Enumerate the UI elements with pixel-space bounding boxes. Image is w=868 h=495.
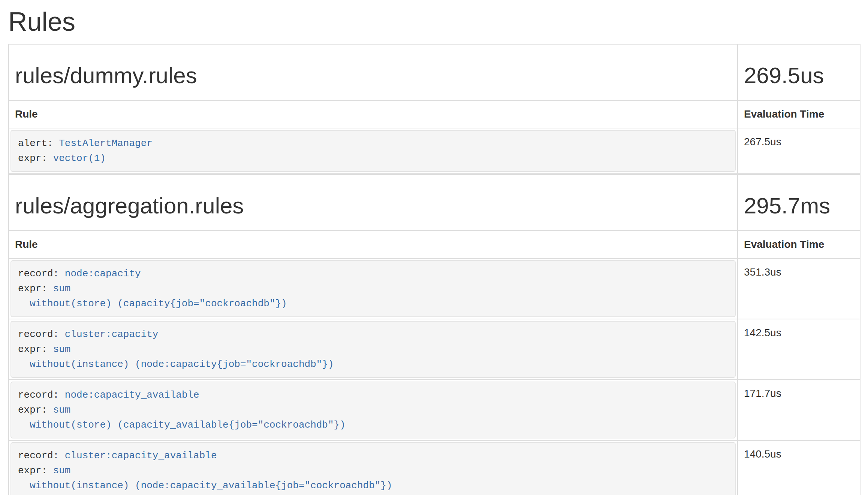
alert-name-link[interactable]: TestAlertManager (59, 138, 153, 149)
group-header-row: rules/dummy.rules 269.5us (9, 44, 860, 100)
rule-key-label: expr: (18, 153, 53, 164)
group-file-name: rules/dummy.rules (15, 63, 731, 88)
rule-column-header: Rule (9, 231, 738, 258)
rule-group-table-aggregation: rules/aggregation.rules 295.7ms Rule Eva… (8, 174, 861, 495)
rule-expr-link[interactable]: vector(1) (53, 153, 106, 164)
group-file-cell: rules/dummy.rules (9, 44, 738, 100)
rule-key-label: record: (18, 329, 65, 340)
rule-row: record: node:capacity expr: sum without(… (9, 258, 860, 319)
rule-definition: record: node:capacity_available expr: su… (10, 382, 736, 438)
evaluation-time-value: 351.3us (738, 258, 860, 319)
rule-row: alert: TestAlertManager expr: vector(1) … (9, 128, 860, 174)
evaluation-time-value: 142.5us (738, 319, 860, 380)
rule-key-label: alert: (18, 138, 59, 149)
column-header-row: Rule Evaluation Time (9, 100, 860, 128)
rule-column-header: Rule (9, 100, 738, 128)
group-file-name: rules/aggregation.rules (15, 194, 731, 218)
rules-page: { "page": { "title": "Rules" }, "table_h… (0, 0, 868, 495)
rule-key-label: expr: (18, 404, 53, 416)
group-eval-total: 269.5us (744, 63, 854, 88)
rule-definition: alert: TestAlertManager expr: vector(1) (10, 130, 736, 172)
rule-cell: record: node:capacity_available expr: su… (9, 380, 738, 440)
record-name-link[interactable]: cluster:capacity_available (65, 450, 217, 461)
record-name-link[interactable]: node:capacity_available (65, 389, 199, 401)
eval-time-column-header: Evaluation Time (738, 231, 860, 258)
record-name-link[interactable]: node:capacity (65, 268, 141, 279)
rule-key-label: record: (18, 389, 65, 401)
group-header-row: rules/aggregation.rules 295.7ms (9, 174, 860, 231)
rule-expr-link[interactable]: sum without(instance) (node:capacity{job… (18, 344, 334, 370)
rule-expr-link[interactable]: sum without(store) (capacity{job="cockro… (18, 283, 287, 309)
rule-row: record: cluster:capacity_available expr:… (9, 440, 860, 495)
rule-row: record: node:capacity_available expr: su… (9, 380, 860, 440)
column-header-row: Rule Evaluation Time (9, 231, 860, 258)
rule-cell: record: cluster:capacity expr: sum witho… (9, 319, 738, 380)
evaluation-time-value: 267.5us (738, 128, 860, 174)
group-eval-total: 295.7ms (744, 194, 854, 218)
group-eval-total-cell: 269.5us (738, 44, 860, 100)
evaluation-time-value: 171.7us (738, 380, 860, 440)
rule-row: record: cluster:capacity expr: sum witho… (9, 319, 860, 380)
rule-key-label: expr: (18, 465, 53, 476)
page-title: Rules (8, 7, 860, 36)
rule-definition: record: node:capacity expr: sum without(… (10, 260, 736, 317)
rule-expr-link[interactable]: sum without(store) (capacity_available{j… (18, 404, 346, 431)
rule-key-label: expr: (18, 283, 53, 294)
group-eval-total-cell: 295.7ms (738, 174, 860, 231)
rule-key-label: record: (18, 450, 65, 461)
eval-time-column-header: Evaluation Time (738, 100, 860, 128)
evaluation-time-value: 140.5us (738, 440, 860, 495)
rule-key-label: record: (18, 268, 65, 279)
rule-expr-link[interactable]: sum without(instance) (node:capacity_ava… (18, 465, 392, 491)
rule-cell: alert: TestAlertManager expr: vector(1) (9, 128, 738, 174)
rule-definition: record: cluster:capacity expr: sum witho… (10, 321, 736, 378)
rule-cell: record: cluster:capacity_available expr:… (9, 440, 738, 495)
rule-definition: record: cluster:capacity_available expr:… (10, 442, 736, 495)
rule-group-table-dummy: rules/dummy.rules 269.5us Rule Evaluatio… (8, 44, 861, 174)
record-name-link[interactable]: cluster:capacity (65, 329, 159, 340)
rule-cell: record: node:capacity expr: sum without(… (9, 258, 738, 319)
group-file-cell: rules/aggregation.rules (9, 174, 738, 231)
rule-key-label: expr: (18, 344, 53, 355)
